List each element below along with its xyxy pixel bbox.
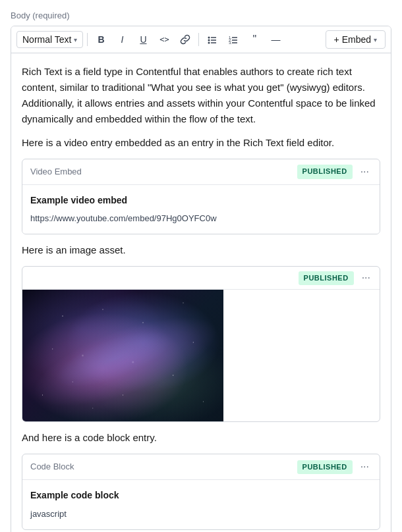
image-embed-more-button[interactable]: ··· [359,271,373,285]
editor-container: Normal Text ▾ B I U <> [11,26,391,532]
toolbar-divider-1 [87,33,88,46]
svg-point-4 [208,42,210,44]
video-embed-card: Video Embed PUBLISHED ··· Example video … [22,159,380,234]
code-block-body: Example code block javascript [22,480,380,529]
paragraph-2: Here is a video entry embedded as an ent… [22,135,380,151]
italic-button[interactable]: I [113,30,131,49]
code-button[interactable]: <> [155,30,173,49]
text-style-dropdown[interactable]: Normal Text ▾ [16,31,83,48]
hr-button[interactable]: — [266,30,285,49]
more-icon: ··· [362,272,370,283]
video-embed-url: https://www.youtube.com/embed/97Hg0OYFC0… [30,213,217,223]
code-block-more-button[interactable]: ··· [358,460,372,474]
code-block-status-badge: PUBLISHED [297,460,353,475]
galaxy-image [22,290,223,421]
embed-button[interactable]: + Embed ▾ [326,30,386,49]
bullet-list-icon [207,34,217,45]
video-embed-body: Example video embed https://www.youtube.… [22,185,380,234]
code-block-title: Code Block [30,460,74,474]
more-icon: ··· [360,166,369,177]
svg-point-0 [208,37,210,39]
editor-content[interactable]: Rich Text is a field type in Contentful … [11,53,391,532]
text-style-label: Normal Text [22,34,71,45]
ordered-list-icon: 1. 2. 3. [228,34,239,45]
embed-chevron-icon: ▾ [374,36,377,43]
video-embed-entry-title: Example video embed [30,193,372,207]
chevron-down-icon: ▾ [74,36,77,43]
quote-button[interactable]: " [245,30,264,49]
svg-point-2 [208,40,210,41]
image-embed-status-badge: PUBLISHED [299,271,354,286]
toolbar-divider-2 [198,33,199,46]
paragraph-3: Here is an image asset. [22,242,380,258]
bold-button[interactable]: B [92,30,110,49]
more-icon: ··· [360,461,369,472]
ordered-list-button[interactable]: 1. 2. 3. [224,30,243,49]
link-icon [180,34,190,45]
image-embed-body [22,290,380,421]
paragraph-1: Rich Text is a field type in Contentful … [22,64,380,127]
toolbar: Normal Text ▾ B I U <> [11,26,391,53]
code-block-header: Code Block PUBLISHED ··· [22,454,380,480]
embed-label: + Embed [334,34,371,45]
code-block-language: javascript [30,509,67,519]
paragraph-4: And here is a code block entry. [22,430,380,446]
video-embed-more-button[interactable]: ··· [358,165,372,179]
video-embed-status-badge: PUBLISHED [297,165,353,179]
svg-text:3.: 3. [229,41,232,45]
underline-button[interactable]: U [134,30,152,49]
image-embed-card: PUBLISHED ··· [22,266,380,422]
code-block-entry-title: Example code block [30,488,372,502]
video-embed-header-right: PUBLISHED ··· [297,165,372,179]
code-block-header-right: PUBLISHED ··· [297,460,372,474]
bullet-list-button[interactable] [203,30,221,49]
link-button[interactable] [176,30,194,49]
image-embed-header: PUBLISHED ··· [22,267,380,290]
code-block-card: Code Block PUBLISHED ··· Example code bl… [22,454,380,529]
video-embed-title: Video Embed [30,165,82,179]
video-embed-header: Video Embed PUBLISHED ··· [22,159,380,185]
field-label: Body (required) [11,11,391,20]
